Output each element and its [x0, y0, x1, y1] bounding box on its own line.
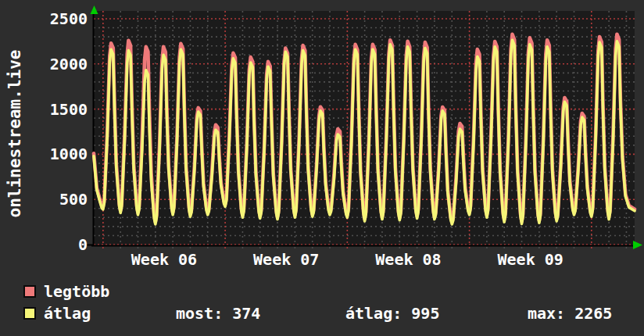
y-tick-label: 0 [78, 235, 88, 254]
y-axis-arrow-icon [91, 5, 98, 14]
stat-most-value: 374 [232, 304, 260, 323]
y-tick-label: 2500 [50, 9, 88, 28]
legend-swatch-atlag [23, 307, 36, 320]
y-axis-title: onlinestream.live [7, 50, 23, 218]
y-tick-label: 1000 [50, 145, 88, 163]
x-week-label: Week 06 [131, 250, 197, 269]
x-week-label: Week 09 [498, 250, 564, 269]
x-axis-arrow-icon [633, 241, 642, 249]
rrd-graph-window: 05001000150020002500Week 06Week 07Week 0… [0, 0, 644, 336]
y-tick-label: 2000 [50, 55, 88, 73]
x-week-label: Week 07 [253, 250, 319, 269]
stat-max-label: max: [528, 304, 565, 323]
y-tick-label: 1500 [50, 100, 88, 119]
stat-most: most: 374 [176, 306, 260, 321]
stat-max: max: 2265 [528, 306, 612, 321]
x-week-label: Week 08 [375, 250, 441, 269]
legend-label-legtobb: legtöbb [44, 284, 109, 299]
y-tick-label: 500 [59, 190, 88, 209]
stat-atlag: átlag: 995 [345, 306, 439, 321]
stat-most-label: most: [176, 304, 223, 323]
stat-atlag-value: 995 [411, 304, 439, 323]
stat-max-value: 2265 [574, 304, 612, 323]
stat-atlag-label: átlag: [345, 304, 402, 323]
legend-label-atlag: átlag [44, 306, 91, 321]
legend-swatch-legtobb [23, 285, 36, 298]
